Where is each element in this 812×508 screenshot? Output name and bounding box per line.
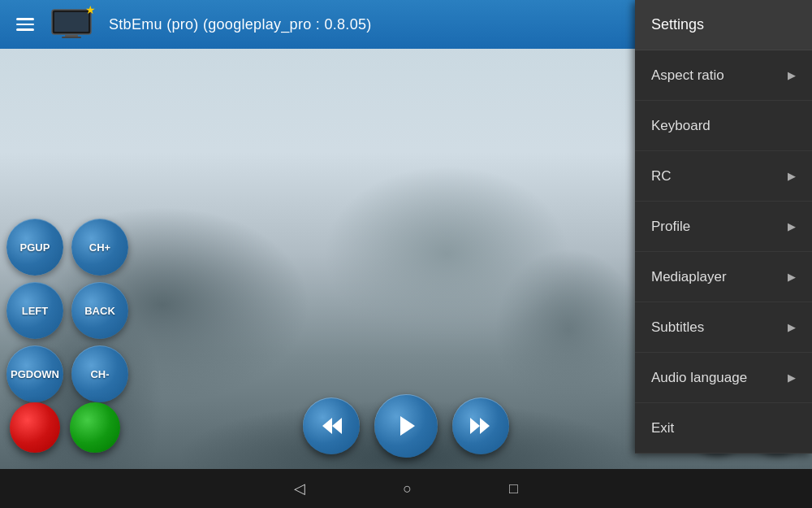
rewind-button[interactable] xyxy=(303,397,360,454)
hamburger-icon[interactable] xyxy=(10,11,41,37)
svg-rect-3 xyxy=(62,37,81,38)
menu-item-audio-language[interactable]: Audio language ▶ xyxy=(635,353,812,403)
menu-item-settings[interactable]: Settings xyxy=(635,0,812,50)
back-nav-button[interactable]: ◁ xyxy=(294,480,305,497)
svg-marker-7 xyxy=(470,418,480,434)
svg-marker-5 xyxy=(332,418,342,434)
menu-item-subtitles[interactable]: Subtitles ▶ xyxy=(635,302,812,353)
tv-icon-container: ★ xyxy=(50,7,93,42)
audio-language-arrow: ▶ xyxy=(788,371,796,384)
recent-nav-button[interactable]: □ xyxy=(509,480,518,497)
subtitles-arrow: ▶ xyxy=(788,321,796,333)
mediaplayer-arrow: ▶ xyxy=(788,271,796,283)
controls-row-2: LEFT BACK xyxy=(6,282,128,339)
menu-item-rc[interactable]: RC ▶ xyxy=(635,151,812,202)
svg-marker-4 xyxy=(322,418,332,434)
left-controls: PGUP CH+ LEFT BACK PGDOWN CH- xyxy=(6,219,128,402)
app-title: StbEmu (pro) (googleplay_pro : 0.8.05) xyxy=(109,16,372,33)
dropdown-menu: Settings Aspect ratio ▶ Keyboard RC ▶ Pr… xyxy=(635,0,812,454)
nav-bar: ◁ ○ □ xyxy=(0,469,812,508)
left-button[interactable]: LEFT xyxy=(6,282,63,339)
svg-marker-6 xyxy=(400,416,415,436)
svg-marker-8 xyxy=(480,418,490,434)
home-nav-button[interactable]: ○ xyxy=(403,480,412,497)
controls-row-1: PGUP CH+ xyxy=(6,219,128,276)
menu-item-aspect-ratio[interactable]: Aspect ratio ▶ xyxy=(635,50,812,101)
back-button[interactable]: BACK xyxy=(71,282,128,339)
menu-item-mediaplayer[interactable]: Mediaplayer ▶ xyxy=(635,252,812,302)
menu-item-profile[interactable]: Profile ▶ xyxy=(635,202,812,252)
profile-arrow: ▶ xyxy=(788,220,796,232)
rc-arrow: ▶ xyxy=(788,170,796,182)
svg-rect-1 xyxy=(54,12,89,32)
menu-item-exit[interactable]: Exit xyxy=(635,403,812,454)
chplus-button[interactable]: CH+ xyxy=(71,219,128,276)
fastforward-button[interactable] xyxy=(452,397,509,454)
star-badge: ★ xyxy=(85,3,96,16)
pgup-button[interactable]: PGUP xyxy=(6,219,63,276)
play-button[interactable] xyxy=(374,394,438,458)
aspect-ratio-arrow: ▶ xyxy=(788,69,796,81)
menu-item-keyboard[interactable]: Keyboard xyxy=(635,101,812,151)
